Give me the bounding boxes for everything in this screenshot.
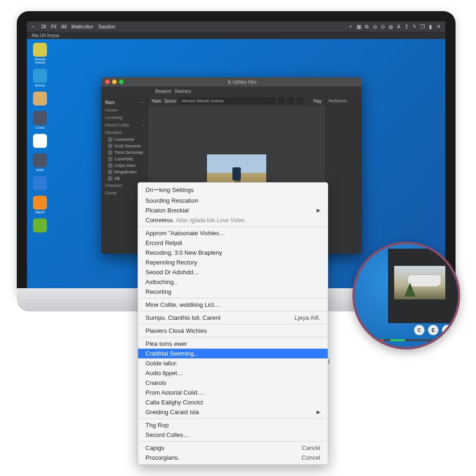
menu-item-label: Sumpo, Ctanthis loll, Carenl — [145, 314, 220, 321]
context-menu-item[interactable]: Procorgians.Concel — [138, 453, 328, 463]
antenna-icon[interactable]: ϟ — [411, 24, 418, 30]
context-menu-item[interactable]: Recorting — [138, 287, 328, 297]
desktop-icon[interactable] — [30, 92, 50, 106]
desktop-icon-label: Coves — [35, 126, 45, 129]
traffic-lights[interactable] — [105, 79, 124, 84]
up-icon[interactable]: ↥ — [403, 24, 410, 30]
sidebar-item-label: Certestrret — [114, 137, 134, 142]
context-menu-item[interactable]: Thg Rop — [138, 420, 328, 430]
context-menu-item[interactable]: Approm "Aаtoonate Vishies… — [138, 228, 328, 238]
sidebar-item-label: Colpe Mam — [114, 163, 136, 168]
menu-item-label: Approm "Aаtoonate Vishies… — [145, 230, 225, 237]
play-button[interactable]: ▶ — [442, 325, 452, 335]
desktop-icon[interactable]: Wantri — [30, 196, 50, 214]
context-menu-item[interactable]: Recoding; 3:0 New Brapleny — [138, 248, 328, 258]
close-button[interactable] — [105, 79, 110, 84]
desktop-icon[interactable] — [30, 176, 50, 191]
system-menubar[interactable]: ← 2lt Fil All Maticoltor Sasdon ᯤ ▦ ⧉ ◎ … — [27, 21, 445, 32]
sidebar-header: Nam — [105, 100, 115, 105]
desktop-icon[interactable]: Wheels Oriesty — [30, 43, 50, 64]
menu-item-shortcut: Ljeya Alfi. — [294, 314, 320, 321]
app-toolbar[interactable]: Ham Sovre Marues Itthads Vnama Hay — [148, 96, 325, 106]
context-menu-item[interactable]: Sourding Rescation — [138, 196, 328, 205]
desktop-icon[interactable]: ltmnng — [30, 69, 50, 87]
control-e-button[interactable]: E — [428, 325, 438, 335]
control-c-button[interactable]: C — [414, 325, 424, 335]
tool-btn[interactable] — [278, 98, 284, 104]
minimize-button[interactable] — [112, 79, 117, 84]
context-menu-item[interactable]: Plaviers Closá Wichies — [138, 326, 328, 336]
context-menu-item[interactable]: Sumpo, Ctanthis loll, CarenlLjeya Alfi. — [138, 313, 328, 323]
context-menu-item[interactable]: Secord Colles… — [138, 430, 328, 440]
context-menu-item[interactable]: Asttoching.. — [138, 277, 328, 287]
tool-btn[interactable] — [287, 98, 294, 104]
panel-icon[interactable]: ▮ — [427, 24, 434, 30]
menu-item-label: Greiding Caraid Isla — [145, 409, 199, 416]
back-icon[interactable]: ← — [31, 23, 36, 30]
source-field[interactable]: Marues Itthads Vnama — [179, 98, 275, 104]
context-menu-item[interactable]: Greiding Caraid Isla▶ — [138, 407, 328, 417]
sidebar-section[interactable]: Pased Cobte› — [101, 121, 147, 129]
context-menu-item[interactable]: Plcaton Breckial▶ — [138, 205, 328, 215]
sidebar-item[interactable]: Ringstboten — [101, 169, 147, 175]
tool-btn[interactable] — [297, 98, 303, 104]
app-icon — [33, 92, 47, 106]
menu-item[interactable]: Sasdon — [98, 24, 115, 29]
right-panel[interactable]: firelfaners — [325, 96, 362, 254]
window-icon[interactable]: ❐ — [419, 24, 426, 30]
context-menu-item[interactable]: Seood Dr Adohdd… — [138, 267, 328, 277]
context-menu-item[interactable]: Plea toms ewer — [138, 339, 328, 349]
context-menu-item[interactable]: Ercord Relpdi — [138, 238, 328, 248]
sidebar-item[interactable]: Certestrret — [101, 136, 147, 143]
context-menu-item[interactable]: Mine Coltte, woldking Lict… — [138, 300, 328, 310]
screen-icon[interactable]: ⧉ — [364, 24, 370, 30]
record-icon[interactable]: ⊙ — [380, 24, 386, 30]
desktop-icon[interactable]: abbly — [30, 153, 50, 172]
context-menu-item[interactable]: Cnarols — [138, 378, 328, 388]
menu-item[interactable]: Maticoltor — [71, 24, 93, 29]
context-menu-item[interactable]: Driーking Settings — [138, 185, 328, 196]
sidebar-item[interactable]: Conehbtly — [101, 156, 147, 162]
menu-item[interactable]: 2lt — [41, 24, 46, 29]
circle-icon[interactable]: ◎ — [372, 24, 378, 30]
menu-item[interactable]: All — [61, 24, 66, 29]
chevron-right-icon: ▶ — [317, 409, 320, 415]
context-menu-item[interactable]: Golde lallur: — [138, 358, 328, 368]
sidebar-item[interactable]: Gruh Sisvontn — [101, 143, 147, 149]
system-tray[interactable]: ᯤ ▦ ⧉ ◎ ⊙ ◍ A ↥ ϟ ❐ ▮ ✕ — [348, 24, 442, 30]
file-icon — [108, 170, 112, 174]
sidebar-section[interactable]: Conterirg — [101, 114, 147, 121]
close-icon[interactable]: ✕ — [435, 24, 442, 30]
desktop-icon[interactable] — [30, 134, 50, 149]
context-menu-item[interactable]: Repenrling Rеctory — [138, 258, 328, 267]
context-menu-item[interactable]: Cratihtal Seerning.. — [138, 349, 328, 358]
sidebar-item[interactable]: Colpe Mam — [101, 162, 147, 169]
menu-separator — [138, 337, 328, 337]
context-menu-item[interactable]: Calta Ealighy Conclct — [138, 397, 328, 407]
context-menu[interactable]: Driーking SettingsSourding RescationPlcat… — [138, 182, 328, 465]
desktop-icon[interactable] — [30, 218, 50, 233]
desktop-icon[interactable]: Coves — [30, 111, 50, 129]
sidebar-item[interactable]: 3tk — [101, 175, 147, 182]
wifi-icon[interactable]: ᯤ — [348, 24, 354, 29]
speaker-icon[interactable]: 🔊 — [436, 337, 444, 344]
mini-controls[interactable]: C E ▶ — [414, 325, 452, 335]
context-menu-item[interactable]: Prom Aotorial Colid…. — [138, 388, 328, 397]
sidebar-section[interactable]: Garaltias — [101, 129, 147, 136]
arrow-right-icon[interactable]: ➔ — [446, 337, 453, 344]
tab[interactable]: Iharrers — [175, 89, 191, 94]
context-menu-item[interactable]: CapigsCanckl — [138, 443, 328, 453]
grid-icon[interactable]: ▦ — [356, 24, 362, 30]
sidebar-section[interactable]: Ferwm — [101, 106, 147, 114]
aa-icon[interactable]: A — [396, 24, 402, 29]
context-menu-item[interactable]: Audio llppet… — [138, 368, 328, 378]
maximize-button[interactable] — [119, 79, 124, 84]
menu-item[interactable]: Fil — [51, 24, 57, 29]
sidebar-item[interactable]: Tisrsl Sectoriep — [101, 149, 147, 156]
window-titlebar[interactable]: ls Udhley hfys — [101, 77, 362, 86]
globe-icon[interactable]: ◍ — [388, 24, 394, 30]
progress-slider[interactable] — [362, 339, 434, 341]
sidebar-controls-icon[interactable]: ⋯ — [139, 100, 144, 105]
tab[interactable]: Beserm — [155, 89, 171, 94]
context-menu-item[interactable]: Conreless. Allan Igiada lols Love Video — [138, 215, 328, 225]
